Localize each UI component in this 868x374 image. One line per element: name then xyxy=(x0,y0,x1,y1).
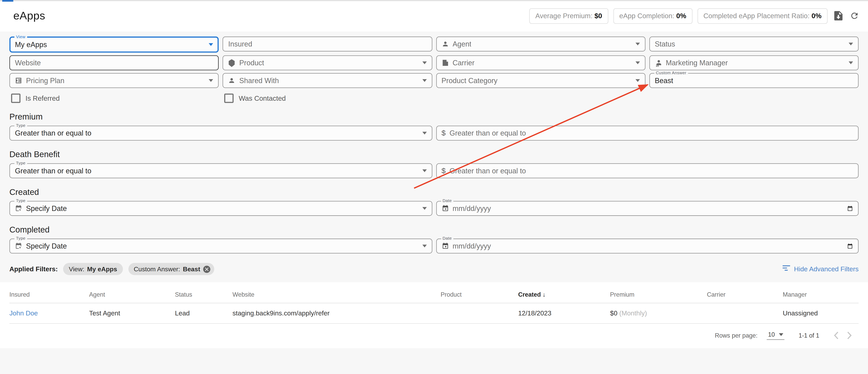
dollar-icon: $ xyxy=(441,129,446,137)
column-header-insured[interactable]: Insured xyxy=(9,282,89,303)
chip-value: Beast xyxy=(183,266,200,273)
next-page-button[interactable] xyxy=(842,329,856,342)
export-report-button[interactable] xyxy=(833,10,844,21)
death-benefit-amount-input[interactable] xyxy=(450,167,853,175)
applied-filters-label: Applied Filters: xyxy=(9,265,58,273)
column-header-premium[interactable]: Premium xyxy=(610,282,707,303)
website-input-field[interactable] xyxy=(9,55,219,70)
column-header-website[interactable]: Website xyxy=(232,282,441,303)
custom-answer-filter-chip[interactable]: Custom Answer: Beast xyxy=(128,263,214,275)
column-header-status[interactable]: Status xyxy=(175,282,232,303)
view-select-value: My eApps xyxy=(15,40,47,49)
date-picker-indicator-icon[interactable] xyxy=(847,205,853,212)
avg-premium-badge: Average Premium: $0 xyxy=(529,8,608,24)
custom-answer-field[interactable]: Custom Answer Beast xyxy=(649,73,859,88)
status-select[interactable]: Status xyxy=(649,37,859,52)
chevron-down-icon xyxy=(848,42,853,45)
chevron-down-icon xyxy=(422,79,427,82)
view-select-label: View xyxy=(14,35,27,39)
carrier-select[interactable]: Carrier xyxy=(436,55,645,70)
column-header-manager[interactable]: Manager xyxy=(783,282,859,303)
created-date-field[interactable]: Date xyxy=(436,201,859,216)
agent-select-placeholder: Agent xyxy=(453,40,471,48)
created-type-value: Specify Date xyxy=(26,204,67,213)
cell-created: 12/18/2023 xyxy=(518,303,610,323)
refresh-icon xyxy=(849,11,859,21)
eapp-completion-badge: eApp Completion: 0% xyxy=(613,8,692,24)
product-select[interactable]: Product xyxy=(223,55,432,70)
rows-per-page-select[interactable]: 10 xyxy=(767,331,784,340)
premium-amount-field[interactable]: $ xyxy=(436,126,859,141)
shared-with-select[interactable]: Shared With xyxy=(223,73,432,88)
agent-select[interactable]: Agent xyxy=(436,37,645,52)
rows-per-page-label: Rows per page: xyxy=(715,332,757,339)
table-row[interactable]: John Doe Test Agent Lead staging.back9in… xyxy=(9,303,859,323)
created-date-input[interactable] xyxy=(453,204,843,213)
premium-section-title: Premium xyxy=(9,113,859,121)
page-title: eApps xyxy=(13,9,45,22)
header-stats: Average Premium: $0 eApp Completion: 0% … xyxy=(529,8,860,24)
product-category-placeholder: Product Category xyxy=(441,76,498,85)
cell-premium: $0 (Monthly) xyxy=(610,303,707,323)
completed-date-input[interactable] xyxy=(453,242,843,250)
death-benefit-type-value: Greater than or equal to xyxy=(15,167,91,175)
eapp-completion-value: 0% xyxy=(676,12,686,20)
cell-website: staging.back9ins.com/apply/refer xyxy=(232,303,441,323)
completed-date-label: Date xyxy=(441,236,454,240)
completed-section-title: Completed xyxy=(9,226,859,233)
column-header-created[interactable]: Created↓ xyxy=(518,282,610,303)
is-referred-checkbox[interactable]: Is Referred xyxy=(9,94,219,103)
chevron-right-icon xyxy=(847,332,851,339)
death-benefit-amount-field[interactable]: $ xyxy=(436,163,859,178)
eapp-completion-label: eApp Completion: xyxy=(619,12,674,20)
eapps-page: eApps Average Premium: $0 eApp Completio… xyxy=(0,0,868,374)
chevron-left-icon xyxy=(833,332,838,339)
premium-type-select[interactable]: Type Greater than or equal to xyxy=(9,126,432,141)
cell-agent: Test Agent xyxy=(89,303,175,323)
website-input[interactable] xyxy=(15,59,213,67)
column-header-agent[interactable]: Agent xyxy=(89,282,175,303)
was-contacted-checkbox[interactable]: Was Contacted xyxy=(223,94,432,103)
carrier-select-placeholder: Carrier xyxy=(453,59,474,67)
insured-input-field[interactable] xyxy=(223,37,432,52)
calendar-select-icon xyxy=(15,242,22,250)
hide-advanced-filters-label: Hide Advanced Filters xyxy=(794,265,859,273)
eapps-table: Insured Agent Status Website Product Cre… xyxy=(9,282,859,324)
chevron-down-icon xyxy=(422,61,427,64)
view-filter-chip[interactable]: View: My eApps xyxy=(63,263,123,275)
previous-page-button[interactable] xyxy=(829,329,842,342)
shared-with-placeholder: Shared With xyxy=(239,76,279,85)
placement-ratio-value: 0% xyxy=(811,12,822,20)
checkbox-unchecked-icon xyxy=(224,94,234,103)
marketing-manager-select[interactable]: Marketing Manager xyxy=(649,55,859,70)
death-benefit-section-title: Death Benefit xyxy=(9,151,859,158)
premium-amount-input[interactable] xyxy=(450,129,853,137)
eapps-table-section: Insured Agent Status Website Product Cre… xyxy=(0,282,868,348)
death-benefit-type-select[interactable]: Type Greater than or equal to xyxy=(9,163,432,178)
top-progress-accent xyxy=(2,0,13,1)
product-category-select[interactable]: Product Category xyxy=(436,73,645,88)
chip-label: Custom Answer: xyxy=(134,266,180,273)
refresh-button[interactable] xyxy=(848,10,860,21)
cell-insured-link[interactable]: John Doe xyxy=(9,303,89,323)
created-type-select[interactable]: Type Specify Date xyxy=(9,201,432,216)
product-cube-icon xyxy=(228,59,235,67)
completed-date-field[interactable]: Date xyxy=(436,239,859,254)
was-contacted-label: Was Contacted xyxy=(239,94,286,102)
completed-type-select[interactable]: Type Specify Date xyxy=(9,239,432,254)
chevron-down-icon xyxy=(209,43,213,46)
view-select[interactable]: View My eApps xyxy=(9,37,219,53)
column-header-product[interactable]: Product xyxy=(441,282,518,303)
column-header-carrier[interactable]: Carrier xyxy=(707,282,783,303)
pricing-plan-select[interactable]: Pricing Plan xyxy=(9,73,219,88)
date-picker-indicator-icon[interactable] xyxy=(847,243,853,250)
cell-manager: Unassigned xyxy=(783,303,859,323)
calendar-select-icon xyxy=(15,205,22,212)
chip-label: View: xyxy=(69,266,84,273)
cell-product xyxy=(441,303,518,323)
calendar-icon xyxy=(441,205,448,212)
hide-advanced-filters-link[interactable]: Hide Advanced Filters xyxy=(782,265,859,273)
person-icon xyxy=(441,40,448,48)
chip-remove-button[interactable] xyxy=(203,266,210,273)
insured-input[interactable] xyxy=(228,40,427,48)
